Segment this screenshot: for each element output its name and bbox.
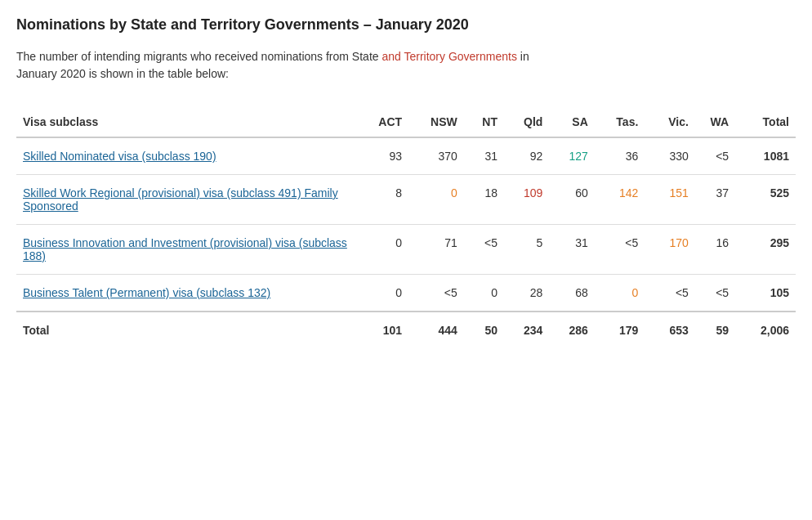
cell-nsw: 0 — [408, 175, 464, 225]
cell-tas: 0 — [595, 275, 645, 312]
cell-total: 105 — [735, 275, 796, 312]
cell-qld: 109 — [504, 175, 549, 225]
cell-vic: 151 — [645, 175, 695, 225]
header-act: ACT — [359, 107, 409, 137]
visa-link[interactable]: Business Talent (Permanent) visa (subcla… — [23, 286, 270, 299]
cell-tas: <5 — [595, 225, 645, 275]
page-title: Nominations by State and Territory Gover… — [16, 16, 796, 34]
header-sa: SA — [549, 107, 594, 137]
total-vic: 653 — [645, 312, 695, 348]
cell-act: 0 — [359, 225, 409, 275]
header-wa: WA — [695, 107, 735, 137]
cell-vic: 330 — [645, 137, 695, 175]
cell-wa: <5 — [695, 137, 735, 175]
cell-total: 295 — [735, 225, 796, 275]
visa-link[interactable]: Skilled Work Regional (provisional) visa… — [23, 186, 338, 213]
table-row: Business Talent (Permanent) visa (subcla… — [16, 275, 796, 312]
intro-paragraph: The number of intending migrants who rec… — [16, 48, 572, 83]
total-act: 101 — [359, 312, 409, 348]
cell-tas: 36 — [595, 137, 645, 175]
cell-wa: 16 — [695, 225, 735, 275]
header-total: Total — [735, 107, 796, 137]
cell-nsw: <5 — [408, 275, 464, 312]
visa-name-cell: Business Talent (Permanent) visa (subcla… — [16, 275, 359, 312]
visa-name-cell: Business Innovation and Investment (prov… — [16, 225, 359, 275]
header-nsw: NSW — [408, 107, 464, 137]
cell-sa: 31 — [549, 225, 594, 275]
cell-nt: 18 — [464, 175, 504, 225]
table-row: Skilled Nominated visa (subclass 190)933… — [16, 137, 796, 175]
cell-tas: 142 — [595, 175, 645, 225]
cell-sa: 127 — [549, 137, 594, 175]
cell-act: 0 — [359, 275, 409, 312]
total-tas: 179 — [595, 312, 645, 348]
visa-name-cell: Skilled Nominated visa (subclass 190) — [16, 137, 359, 175]
visa-link[interactable]: Skilled Nominated visa (subclass 190) — [23, 150, 216, 163]
table-row: Skilled Work Regional (provisional) visa… — [16, 175, 796, 225]
cell-qld: 5 — [504, 225, 549, 275]
cell-sa: 68 — [549, 275, 594, 312]
visa-link[interactable]: Business Innovation and Investment (prov… — [23, 236, 347, 262]
total-row: Total 101 444 50 234 286 179 653 59 2,00… — [16, 312, 796, 348]
visa-name-cell: Skilled Work Regional (provisional) visa… — [16, 175, 359, 225]
cell-sa: 60 — [549, 175, 594, 225]
cell-nt: <5 — [464, 225, 504, 275]
cell-vic: 170 — [645, 225, 695, 275]
total-nsw: 444 — [408, 312, 464, 348]
cell-nsw: 370 — [408, 137, 464, 175]
table-row: Business Innovation and Investment (prov… — [16, 225, 796, 275]
cell-qld: 28 — [504, 275, 549, 312]
total-label: Total — [16, 312, 359, 348]
total-wa: 59 — [695, 312, 735, 348]
cell-act: 8 — [359, 175, 409, 225]
total-total: 2,006 — [735, 312, 796, 348]
cell-nt: 31 — [464, 137, 504, 175]
cell-qld: 92 — [504, 137, 549, 175]
total-sa: 286 — [549, 312, 594, 348]
total-qld: 234 — [504, 312, 549, 348]
header-vic: Vic. — [645, 107, 695, 137]
nominations-table: Visa subclass ACT NSW NT Qld SA Tas. Vic… — [16, 107, 796, 348]
header-visa-subclass: Visa subclass — [16, 107, 359, 137]
total-nt: 50 — [464, 312, 504, 348]
cell-vic: <5 — [645, 275, 695, 312]
cell-act: 93 — [359, 137, 409, 175]
cell-wa: <5 — [695, 275, 735, 312]
header-tas: Tas. — [595, 107, 645, 137]
header-nt: NT — [464, 107, 504, 137]
cell-total: 525 — [735, 175, 796, 225]
header-qld: Qld — [504, 107, 549, 137]
cell-nsw: 71 — [408, 225, 464, 275]
cell-total: 1081 — [735, 137, 796, 175]
cell-nt: 0 — [464, 275, 504, 312]
cell-wa: 37 — [695, 175, 735, 225]
